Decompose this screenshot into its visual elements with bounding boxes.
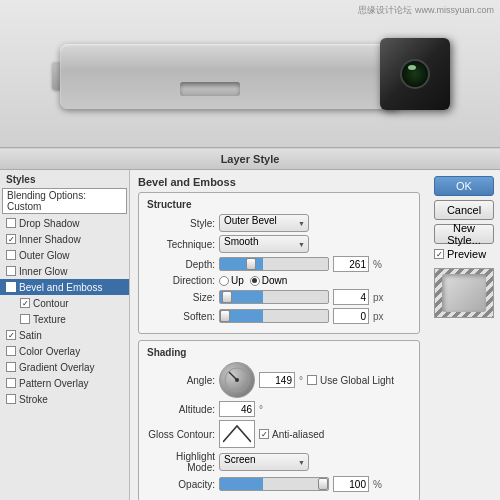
styles-color-overlay[interactable]: Color Overlay: [0, 343, 129, 359]
direction-up-radio[interactable]: Up: [219, 275, 244, 286]
opacity-slider-row: %: [219, 476, 382, 492]
styles-texture[interactable]: Texture: [0, 311, 129, 327]
cancel-button[interactable]: Cancel: [434, 200, 494, 220]
stroke-checkbox[interactable]: [6, 394, 16, 404]
styles-bevel-emboss[interactable]: Bevel and Emboss: [0, 279, 129, 295]
highlight-mode-row: Highlight Mode: Screen: [147, 451, 411, 473]
ok-button[interactable]: OK: [434, 176, 494, 196]
camera-lens-glint: [408, 65, 416, 70]
depth-label: Depth:: [147, 259, 215, 270]
preview-inner: [442, 274, 486, 312]
styles-outer-glow[interactable]: Outer Glow: [0, 247, 129, 263]
dialog-title: Layer Style: [221, 153, 280, 165]
altitude-unit: °: [259, 404, 263, 415]
image-area: 思缘设计论坛 www.missyuan.com: [0, 0, 500, 148]
size-slider[interactable]: [219, 290, 329, 304]
direction-label: Direction:: [147, 275, 215, 286]
bevel-emboss-section-title: Bevel and Emboss: [138, 176, 420, 188]
technique-dropdown[interactable]: Smooth: [219, 235, 309, 253]
style-dropdown[interactable]: Outer Bevel: [219, 214, 309, 232]
styles-inner-glow[interactable]: Inner Glow: [0, 263, 129, 279]
size-slider-row: px: [219, 289, 384, 305]
gloss-contour-preview[interactable]: [219, 420, 255, 448]
inner-glow-label: Inner Glow: [19, 266, 67, 277]
angle-label: Angle:: [147, 375, 215, 386]
angle-row: Angle: ° Use Global Light: [147, 362, 411, 398]
styles-contour[interactable]: Contour: [0, 295, 129, 311]
styles-satin[interactable]: Satin: [0, 327, 129, 343]
pattern-overlay-checkbox[interactable]: [6, 378, 16, 388]
direction-radio-group: Up Down: [219, 275, 287, 286]
shading-title: Shading: [147, 347, 411, 358]
highlight-mode-dropdown[interactable]: Screen: [219, 453, 309, 471]
texture-label: Texture: [33, 314, 66, 325]
use-global-light-text: Use Global Light: [320, 375, 394, 386]
preview-row: Preview: [434, 248, 494, 260]
styles-gradient-overlay[interactable]: Gradient Overlay: [0, 359, 129, 375]
direction-up-dot: [219, 276, 229, 286]
main-panel: Bevel and Emboss Structure Style: Outer …: [130, 170, 428, 500]
anti-aliased-label[interactable]: Anti-aliased: [259, 429, 324, 440]
texture-checkbox[interactable]: [20, 314, 30, 324]
camera-lens: [380, 38, 450, 110]
bevel-emboss-checkbox[interactable]: [6, 282, 16, 292]
soften-slider[interactable]: [219, 309, 329, 323]
drop-shadow-checkbox[interactable]: [6, 218, 16, 228]
structure-section: Structure Style: Outer Bevel Technique: …: [138, 192, 420, 334]
angle-dial[interactable]: [219, 362, 255, 398]
inner-glow-checkbox[interactable]: [6, 266, 16, 276]
style-dropdown-wrap: Outer Bevel: [219, 214, 309, 232]
use-global-light-checkbox[interactable]: [307, 375, 317, 385]
depth-row: Depth: %: [147, 256, 411, 272]
anti-aliased-text: Anti-aliased: [272, 429, 324, 440]
contour-checkbox[interactable]: [20, 298, 30, 308]
outer-glow-label: Outer Glow: [19, 250, 70, 261]
gradient-overlay-checkbox[interactable]: [6, 362, 16, 372]
opacity-label: Opacity:: [147, 479, 215, 490]
depth-slider[interactable]: [219, 257, 329, 271]
styles-pattern-overlay[interactable]: Pattern Overlay: [0, 375, 129, 391]
satin-checkbox[interactable]: [6, 330, 16, 340]
direction-up-label: Up: [231, 275, 244, 286]
shading-section: Shading Angle: ° Use: [138, 340, 420, 500]
preview-checkbox[interactable]: [434, 249, 444, 259]
styles-inner-shadow[interactable]: Inner Shadow: [0, 231, 129, 247]
new-style-button[interactable]: New Style...: [434, 224, 494, 244]
opacity-slider[interactable]: [219, 477, 329, 491]
outer-glow-checkbox[interactable]: [6, 250, 16, 260]
size-input[interactable]: [333, 289, 369, 305]
soften-unit: px: [373, 311, 384, 322]
opacity-input[interactable]: [333, 476, 369, 492]
use-global-light-label[interactable]: Use Global Light: [307, 375, 394, 386]
anti-aliased-checkbox[interactable]: [259, 429, 269, 439]
contour-label: Contour: [33, 298, 69, 309]
opacity-row: Opacity: %: [147, 476, 411, 492]
direction-down-radio[interactable]: Down: [250, 275, 288, 286]
styles-blending-options[interactable]: Blending Options: Custom: [2, 188, 127, 214]
depth-input[interactable]: [333, 256, 369, 272]
style-label: Style:: [147, 218, 215, 229]
technique-dropdown-wrap: Smooth: [219, 235, 309, 253]
depth-unit: %: [373, 259, 382, 270]
inner-shadow-checkbox[interactable]: [6, 234, 16, 244]
angle-unit: °: [299, 375, 303, 386]
camera-slot: [180, 82, 240, 96]
svg-point-2: [235, 378, 239, 382]
color-overlay-checkbox[interactable]: [6, 346, 16, 356]
highlight-mode-dropdown-wrap: Screen: [219, 453, 309, 471]
technique-row: Technique: Smooth: [147, 235, 411, 253]
size-unit: px: [373, 292, 384, 303]
drop-shadow-label: Drop Shadow: [19, 218, 80, 229]
angle-input[interactable]: [259, 372, 295, 388]
styles-drop-shadow[interactable]: Drop Shadow: [0, 215, 129, 231]
soften-input[interactable]: [333, 308, 369, 324]
direction-down-dot: [250, 276, 260, 286]
pattern-overlay-label: Pattern Overlay: [19, 378, 88, 389]
altitude-input[interactable]: [219, 401, 255, 417]
satin-label: Satin: [19, 330, 42, 341]
soften-label: Soften:: [147, 311, 215, 322]
highlight-mode-label: Highlight Mode:: [147, 451, 215, 473]
stroke-label: Stroke: [19, 394, 48, 405]
styles-stroke[interactable]: Stroke: [0, 391, 129, 407]
soften-slider-row: px: [219, 308, 384, 324]
